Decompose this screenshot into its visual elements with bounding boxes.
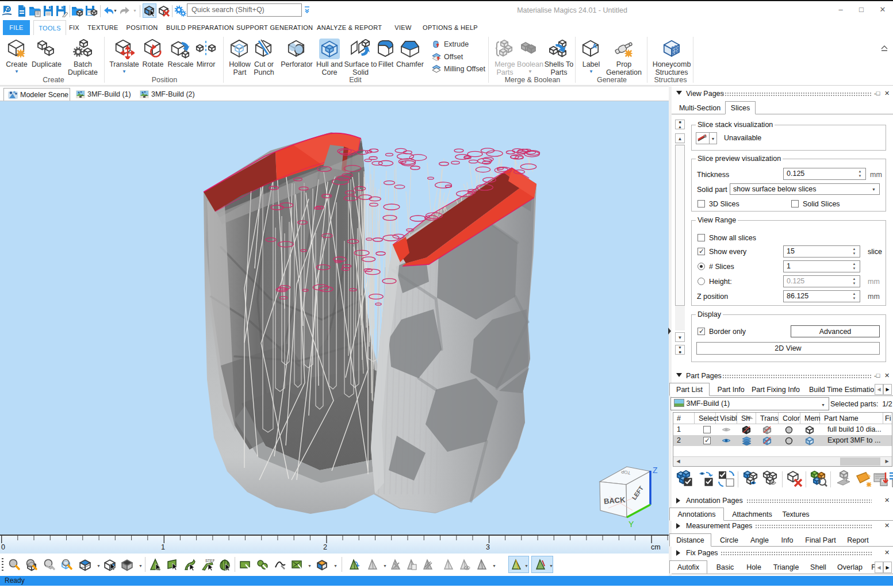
svg-text:2: 2 — [323, 543, 327, 551]
svg-text:A: A — [592, 43, 597, 49]
svg-text:STEP: STEP — [205, 559, 214, 563]
svg-text:3: 3 — [486, 543, 490, 551]
svg-text:Z: Z — [653, 466, 658, 475]
svg-text:1: 1 — [161, 543, 165, 551]
svg-text:Y: Y — [628, 520, 634, 529]
svg-text:0: 0 — [1, 543, 5, 551]
svg-text:cm: cm — [651, 543, 661, 551]
